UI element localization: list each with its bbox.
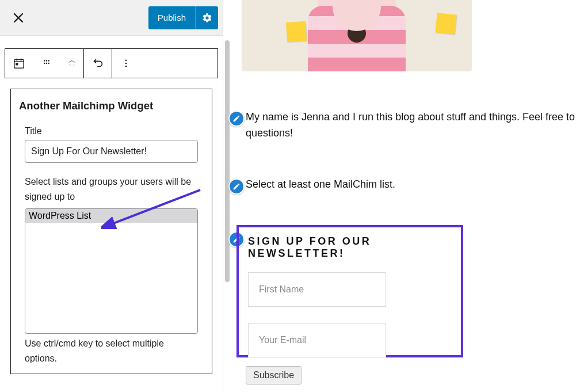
widget-panel: Another Mailchimp Widget Title Select li… [10,89,212,374]
sticky-note-icon [286,21,307,42]
sticky-note-icon [435,13,456,34]
subscribe-button[interactable]: Subscribe [246,366,302,385]
first-name-input[interactable] [259,284,375,295]
block-type-button[interactable] [5,49,33,78]
lists-select[interactable]: WordPress List [25,208,198,334]
pencil-icon [232,115,241,123]
bio-text: My name is Jenna and I run this blog abo… [246,109,579,142]
email-field-wrap [248,323,386,357]
list-option[interactable]: WordPress List [25,209,197,223]
first-name-field-wrap [248,272,386,307]
calendar-icon [13,57,25,70]
block-mover: ︿ ﹀ [60,58,83,69]
svg-point-6 [46,63,47,64]
svg-point-3 [46,60,47,61]
hero-image [242,0,472,71]
edit-widget-button[interactable] [228,111,245,127]
widget-panel-title: Another Mailchimp Widget [19,100,204,112]
editor-sidebar: Publish ︿ ﹀ [0,0,223,392]
gear-icon [202,13,212,23]
title-input[interactable] [25,140,198,163]
edit-widget-button[interactable] [228,178,245,195]
newsletter-heading: SIGN UP FOR OUR NEWSLETTER! [248,235,452,260]
scrollbar-thumb[interactable] [225,40,230,282]
svg-point-4 [48,60,49,61]
svg-point-8 [125,59,127,61]
drag-handle-button[interactable] [33,49,60,78]
svg-point-10 [125,66,127,67]
svg-rect-1 [16,63,18,65]
pencil-icon [232,182,241,191]
more-vertical-icon [121,58,131,68]
svg-point-2 [44,60,45,61]
multiselect-help: Use ctrl/cmd key to select multiple opti… [25,336,198,366]
newsletter-highlight-box: SIGN UP FOR OUR NEWSLETTER! [236,225,463,357]
svg-point-5 [44,63,45,64]
undo-button[interactable] [84,49,112,78]
publish-settings-button[interactable] [195,6,218,29]
move-down-button[interactable]: ﹀ [68,63,76,69]
block-toolbar: ︿ ﹀ [5,48,218,78]
title-field-label: Title [25,126,198,136]
publish-group: Publish [148,6,218,29]
undo-icon [91,57,104,70]
lists-field-label: Select lists and groups your users will … [25,174,198,204]
drag-icon [41,58,52,68]
publish-button[interactable]: Publish [148,6,195,29]
widget-form: Title Select lists and groups your users… [19,126,204,366]
email-input[interactable] [259,335,375,345]
preview-pane: My name is Jenna and I run this blog abo… [228,0,580,392]
close-icon [13,12,24,24]
notice-text: Select at least one MailChim list. [246,178,395,191]
svg-point-7 [48,63,49,64]
more-options-button[interactable] [112,49,140,78]
close-button[interactable] [5,4,32,32]
svg-point-9 [125,63,127,64]
editor-topbar: Publish [0,0,223,36]
